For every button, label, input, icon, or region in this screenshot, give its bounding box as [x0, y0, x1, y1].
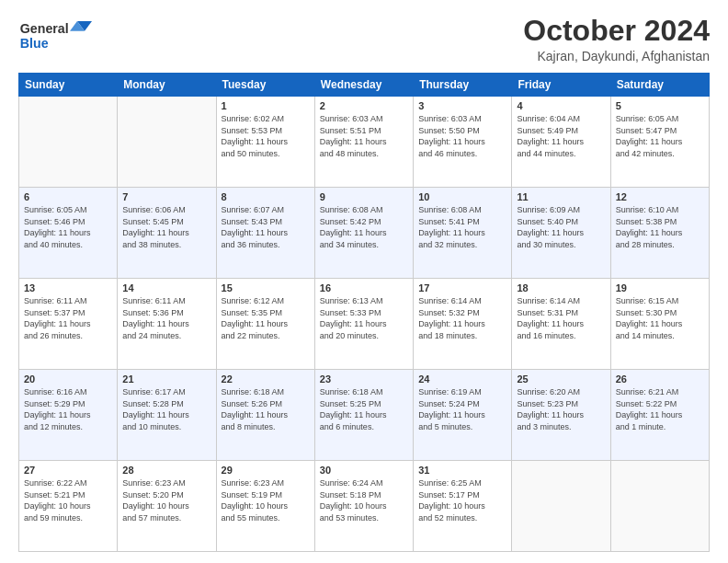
- day-info: Sunrise: 6:04 AM Sunset: 5:49 PM Dayligh…: [517, 113, 605, 159]
- table-cell: 13Sunrise: 6:11 AM Sunset: 5:37 PM Dayli…: [19, 279, 118, 370]
- table-cell: 16Sunrise: 6:13 AM Sunset: 5:33 PM Dayli…: [314, 279, 413, 370]
- day-info: Sunrise: 6:14 AM Sunset: 5:31 PM Dayligh…: [517, 295, 605, 341]
- day-info: Sunrise: 6:23 AM Sunset: 5:19 PM Dayligh…: [222, 477, 310, 523]
- day-number: 19: [616, 282, 704, 293]
- day-info: Sunrise: 6:21 AM Sunset: 5:22 PM Dayligh…: [616, 386, 704, 432]
- svg-text:Blue: Blue: [20, 36, 49, 51]
- day-number: 24: [418, 373, 506, 385]
- day-number: 30: [320, 465, 408, 476]
- day-number: 15: [222, 282, 310, 293]
- day-number: 11: [517, 191, 605, 202]
- table-cell: 12Sunrise: 6:10 AM Sunset: 5:38 PM Dayli…: [610, 188, 709, 279]
- day-number: 1: [222, 100, 310, 111]
- table-cell: 15Sunrise: 6:12 AM Sunset: 5:35 PM Dayli…: [216, 279, 314, 370]
- header-monday: Monday: [118, 74, 216, 97]
- table-cell: 19Sunrise: 6:15 AM Sunset: 5:30 PM Dayli…: [610, 279, 709, 370]
- day-info: Sunrise: 6:22 AM Sunset: 5:21 PM Dayligh…: [24, 477, 112, 523]
- day-number: 12: [616, 191, 704, 202]
- table-cell: [512, 461, 610, 552]
- table-cell: 23Sunrise: 6:18 AM Sunset: 5:25 PM Dayli…: [314, 370, 413, 461]
- day-number: 16: [320, 282, 408, 293]
- svg-text:General: General: [20, 21, 69, 36]
- header-sunday: Sunday: [19, 74, 118, 97]
- table-cell: 21Sunrise: 6:17 AM Sunset: 5:28 PM Dayli…: [118, 370, 216, 461]
- day-info: Sunrise: 6:05 AM Sunset: 5:47 PM Dayligh…: [616, 113, 704, 159]
- table-cell: 3Sunrise: 6:03 AM Sunset: 5:50 PM Daylig…: [414, 97, 512, 188]
- day-info: Sunrise: 6:08 AM Sunset: 5:42 PM Dayligh…: [320, 204, 408, 250]
- calendar-week-row: 27Sunrise: 6:22 AM Sunset: 5:21 PM Dayli…: [19, 461, 710, 552]
- header-saturday: Saturday: [610, 74, 709, 97]
- day-info: Sunrise: 6:03 AM Sunset: 5:51 PM Dayligh…: [320, 113, 408, 159]
- calendar-week-row: 13Sunrise: 6:11 AM Sunset: 5:37 PM Dayli…: [19, 279, 710, 370]
- day-info: Sunrise: 6:23 AM Sunset: 5:20 PM Dayligh…: [122, 477, 210, 523]
- table-cell: [118, 97, 216, 188]
- day-number: 6: [24, 191, 112, 202]
- day-number: 27: [24, 465, 112, 476]
- day-number: 7: [122, 191, 210, 202]
- calendar-week-row: 1Sunrise: 6:02 AM Sunset: 5:53 PM Daylig…: [19, 97, 710, 188]
- table-cell: 22Sunrise: 6:18 AM Sunset: 5:26 PM Dayli…: [216, 370, 314, 461]
- day-number: 2: [320, 100, 408, 111]
- day-number: 28: [122, 465, 210, 476]
- day-info: Sunrise: 6:10 AM Sunset: 5:38 PM Dayligh…: [616, 204, 704, 250]
- table-cell: 31Sunrise: 6:25 AM Sunset: 5:17 PM Dayli…: [414, 461, 512, 552]
- day-number: 3: [418, 100, 506, 111]
- table-cell: 4Sunrise: 6:04 AM Sunset: 5:49 PM Daylig…: [512, 97, 610, 188]
- day-number: 31: [418, 465, 506, 476]
- day-number: 8: [222, 191, 310, 202]
- table-cell: 6Sunrise: 6:05 AM Sunset: 5:46 PM Daylig…: [19, 188, 118, 279]
- day-number: 18: [517, 282, 605, 293]
- table-cell: 28Sunrise: 6:23 AM Sunset: 5:20 PM Dayli…: [118, 461, 216, 552]
- day-info: Sunrise: 6:25 AM Sunset: 5:17 PM Dayligh…: [418, 477, 506, 523]
- logo-svg: General Blue: [18, 15, 92, 52]
- table-cell: [610, 461, 709, 552]
- day-number: 5: [616, 100, 704, 111]
- day-number: 21: [122, 373, 210, 385]
- day-number: 25: [517, 373, 605, 385]
- day-info: Sunrise: 6:07 AM Sunset: 5:43 PM Dayligh…: [222, 204, 310, 250]
- table-cell: 7Sunrise: 6:06 AM Sunset: 5:45 PM Daylig…: [118, 188, 216, 279]
- table-cell: 8Sunrise: 6:07 AM Sunset: 5:43 PM Daylig…: [216, 188, 314, 279]
- day-info: Sunrise: 6:13 AM Sunset: 5:33 PM Dayligh…: [320, 295, 408, 341]
- day-number: 20: [24, 373, 112, 385]
- table-cell: 30Sunrise: 6:24 AM Sunset: 5:18 PM Dayli…: [314, 461, 413, 552]
- table-cell: 18Sunrise: 6:14 AM Sunset: 5:31 PM Dayli…: [512, 279, 610, 370]
- day-info: Sunrise: 6:15 AM Sunset: 5:30 PM Dayligh…: [616, 295, 704, 341]
- day-number: 10: [418, 191, 506, 202]
- table-cell: 27Sunrise: 6:22 AM Sunset: 5:21 PM Dayli…: [19, 461, 118, 552]
- day-info: Sunrise: 6:06 AM Sunset: 5:45 PM Dayligh…: [122, 204, 210, 250]
- day-info: Sunrise: 6:12 AM Sunset: 5:35 PM Dayligh…: [222, 295, 310, 341]
- table-cell: 17Sunrise: 6:14 AM Sunset: 5:32 PM Dayli…: [414, 279, 512, 370]
- day-number: 4: [517, 100, 605, 111]
- table-cell: 9Sunrise: 6:08 AM Sunset: 5:42 PM Daylig…: [314, 188, 413, 279]
- day-info: Sunrise: 6:20 AM Sunset: 5:23 PM Dayligh…: [517, 386, 605, 432]
- day-info: Sunrise: 6:08 AM Sunset: 5:41 PM Dayligh…: [418, 204, 506, 250]
- day-info: Sunrise: 6:03 AM Sunset: 5:50 PM Dayligh…: [418, 113, 506, 159]
- table-cell: 25Sunrise: 6:20 AM Sunset: 5:23 PM Dayli…: [512, 370, 610, 461]
- day-number: 14: [122, 282, 210, 293]
- calendar-week-row: 6Sunrise: 6:05 AM Sunset: 5:46 PM Daylig…: [19, 188, 710, 279]
- day-info: Sunrise: 6:11 AM Sunset: 5:37 PM Dayligh…: [24, 295, 112, 341]
- day-number: 17: [418, 282, 506, 293]
- day-info: Sunrise: 6:14 AM Sunset: 5:32 PM Dayligh…: [418, 295, 506, 341]
- location: Kajran, Daykundi, Afghanistan: [523, 49, 710, 63]
- day-number: 22: [222, 373, 310, 385]
- header-tuesday: Tuesday: [216, 74, 314, 97]
- table-cell: 1Sunrise: 6:02 AM Sunset: 5:53 PM Daylig…: [216, 97, 314, 188]
- month-title: October 2024: [523, 15, 710, 47]
- day-number: 23: [320, 373, 408, 385]
- table-cell: 14Sunrise: 6:11 AM Sunset: 5:36 PM Dayli…: [118, 279, 216, 370]
- day-info: Sunrise: 6:09 AM Sunset: 5:40 PM Dayligh…: [517, 204, 605, 250]
- table-cell: 2Sunrise: 6:03 AM Sunset: 5:51 PM Daylig…: [314, 97, 413, 188]
- table-cell: 10Sunrise: 6:08 AM Sunset: 5:41 PM Dayli…: [414, 188, 512, 279]
- day-info: Sunrise: 6:19 AM Sunset: 5:24 PM Dayligh…: [418, 386, 506, 432]
- page: General Blue October 2024 Kajran, Daykun…: [0, 0, 728, 563]
- header-thursday: Thursday: [414, 74, 512, 97]
- day-number: 9: [320, 191, 408, 202]
- day-info: Sunrise: 6:02 AM Sunset: 5:53 PM Dayligh…: [222, 113, 310, 159]
- day-info: Sunrise: 6:18 AM Sunset: 5:25 PM Dayligh…: [320, 386, 408, 432]
- table-cell: 5Sunrise: 6:05 AM Sunset: 5:47 PM Daylig…: [610, 97, 709, 188]
- header-friday: Friday: [512, 74, 610, 97]
- day-number: 13: [24, 282, 112, 293]
- table-cell: 26Sunrise: 6:21 AM Sunset: 5:22 PM Dayli…: [610, 370, 709, 461]
